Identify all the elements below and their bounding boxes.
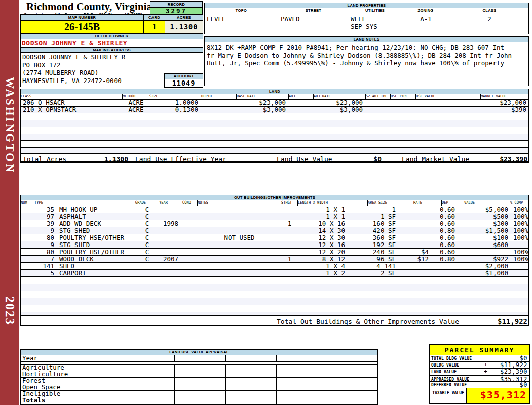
land-size: 1.0000 [149,100,198,106]
obldg-value-label: OBLDG VALUE [430,362,482,368]
taxable-value-label: TAXABLE VALUE [430,388,467,403]
summary-row: DEFERRED VALUE - $0 [430,382,529,388]
empty-row [21,127,528,134]
ob-value: $5,000 [461,206,508,213]
empty-cell [124,384,175,390]
empty-cell [124,355,175,361]
ob-lxw: 1 X 1 [294,206,345,213]
outbuilding-row: 9 STG SHED C 12 X 16 192 SF 0.60 $600 [21,241,528,249]
ob-lxw: 8 X 12 [294,256,345,262]
land-table: LAND CLASS METHOD SIZE DEPTH BASE RATE A… [20,89,529,154]
empty-cell [175,371,225,377]
empty-row [21,277,528,284]
empty-cell [327,397,377,404]
total-acres-value: 1.1300 [104,155,128,163]
land-market-value-total: $23,390 [474,155,527,163]
empty-cell [226,384,277,390]
class-value: 2 [450,15,528,23]
empty-cell [175,355,225,361]
ob-num: 9 [21,241,54,248]
plus-sign: + [482,369,489,375]
ob-rate: $4 [400,249,429,255]
summary-row: APPRAISED VALUE $35,312 [430,375,529,382]
ob-type: WOOD DECK [59,256,94,262]
land-class: 206 Q HSACR [23,100,65,106]
ob-grade: C [135,227,159,234]
ob-num: 97 [21,213,54,220]
ob-comp: 100% [508,213,528,220]
outbuildings-total-value: $11,922 [452,317,527,326]
empty-cell [327,384,377,390]
ob-dep: 0.60 [429,206,455,213]
empty-cell [226,364,277,371]
col-grade: GRADE [135,200,159,206]
ob-year: 1998 [159,220,182,227]
sign [482,355,489,361]
column-header-street: STREET [278,8,349,14]
empty-cell [277,371,327,377]
empty-cell [175,391,225,397]
empty-cell [73,364,124,371]
col-area-size: AREA SIZE [368,200,413,206]
empty-row [21,284,528,291]
empty-cell [124,391,175,397]
empty-cell [226,378,277,384]
ob-dep: 0.60 [429,220,455,227]
land-notes-section: LAND NOTES 8X12 DK +RAMP COMP F 2010 P#8… [204,36,529,86]
map-number-value: 26-145B [20,20,144,33]
outbuilding-row: 5 CARPORT 1 X 2 2 SF $1,000 [21,270,528,277]
land-properties-columns: TOPO STREET UTILITIES ZONING CLASS [205,8,528,14]
empty-cell [73,378,124,384]
ob-type: ADD-WD DECK [59,220,101,227]
utilities-value-1: WELL [351,15,366,23]
empty-row [21,141,528,148]
ob-area: 1 SF [348,213,396,220]
ob-type: CARPORT [59,270,86,276]
outbuildings-table: OUT BUILDINGS/OTHER IMPROVEMENTS NUM TYP… [20,195,529,316]
empty-row [21,120,528,128]
col-depth: DEPTH [201,94,237,99]
ob-value: $600 [461,241,508,248]
total-bldg-value-label: TOTAL BLDG VALUE [430,355,482,361]
topo-value: LEVEL [207,15,226,23]
parcel-summary: PARCEL SUMMARY TOTAL BLDG VALUE $0 OBLDG… [429,344,530,404]
empty-cell [226,391,277,397]
outbuilding-row: 97 ASPHALT C 1 X 1 1 SF 0.60 $500 100% [21,213,528,220]
empty-cell [327,355,377,361]
land-properties-values: LEVEL PAVED WELL SEP SYS A-1 2 [205,14,528,34]
empty-cell [277,391,327,397]
col-pct-comp: % COMP [510,200,528,206]
ob-dep: 0.60 [429,241,455,248]
ob-grade: C [135,220,159,227]
ob-comp: 100% [508,206,528,213]
ob-num: 35 [21,206,54,213]
ob-area: 96 SF [348,256,396,262]
land-table-header: LAND [21,89,528,94]
col-sthgt: STHGT [281,200,298,206]
ob-value: $1,000 [461,270,508,276]
ob-type: POULTRY HSE/OTHER [59,249,124,255]
ob-type: POULTRY HSE/OTHER [59,234,124,241]
ob-num: 7 [21,256,54,262]
col-value: VALUE [464,200,510,206]
table-row-totals: Totals [21,397,377,404]
empty-cell [73,384,124,390]
ob-num: 9 [21,227,54,234]
ob-value: $500 [461,213,508,220]
appraised-value: $35,312 [489,376,529,381]
outbuilding-row: 141 SHED 1 X 4 4 141 $2,000 [21,263,528,270]
obldg-value: $11,922 [489,362,529,368]
total-acres-label: Total Acres [23,155,66,163]
col-use-value: USE VALUE [416,94,481,99]
ob-lxw: 1 X 2 [294,270,345,276]
street-value: PAVED [281,15,300,23]
land-value: $23,390 [489,369,529,375]
col-adj: ADJ [289,94,314,99]
ob-type: SHED [59,263,74,269]
empty-cell [226,355,277,361]
column-header-utilities: UTILITIES [349,8,401,14]
table-row: Horticulture [21,371,377,378]
empty-cell [277,384,327,390]
outbuildings-total-label: Total Out Buildings & Other Improvements… [277,318,459,326]
col-type: TYPE [34,200,135,206]
